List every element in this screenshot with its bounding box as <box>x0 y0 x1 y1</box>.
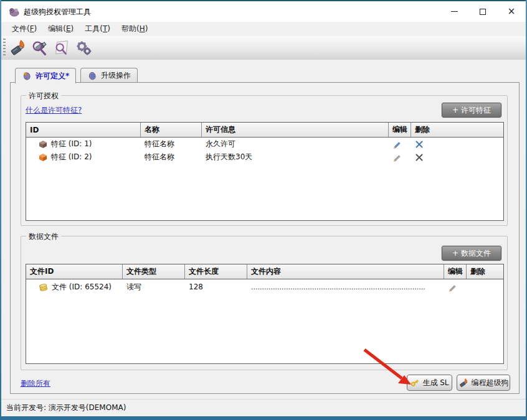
menu-help[interactable]: 帮助(H) <box>116 22 153 36</box>
close-icon: × <box>508 7 516 16</box>
edit-pencil-icon <box>392 139 402 149</box>
menu-bar: 文件(F) 编辑(E) 工具(T) 帮助(H) <box>1 22 526 36</box>
header-file-type: 文件类型 <box>123 264 185 279</box>
add-data-file-button[interactable]: + 数据文件 <box>442 246 501 261</box>
minimize-icon <box>451 11 458 12</box>
window-title: 超级狗授权管理工具 <box>24 7 91 17</box>
toolbar <box>1 36 526 60</box>
what-is-license-feature-link[interactable]: 什么是许可特征? <box>26 105 82 116</box>
header-file-content: 文件内容 <box>247 264 444 279</box>
view-file-icon[interactable] <box>52 39 71 57</box>
header-edit: 编辑 <box>389 123 411 137</box>
generate-sl-label: 生成 SL <box>422 378 449 388</box>
feature-cube-orange-icon <box>39 153 47 162</box>
header-edit: 编辑 <box>444 264 467 279</box>
toolbar-grip[interactable] <box>3 39 6 57</box>
upgrade-tab-dog-icon <box>87 71 98 81</box>
program-superdog-label: 编程超级狗 <box>472 378 509 388</box>
maximize-button[interactable] <box>468 1 497 22</box>
data-file-coins-icon <box>39 282 48 292</box>
menu-edit[interactable]: 编辑(E) <box>42 22 79 36</box>
feature-id: 特征 (ID: 1) <box>51 139 92 149</box>
data-file-row-1[interactable]: 文件 (ID: 65524) 读写 128 ..................… <box>26 279 503 294</box>
settings-gears-icon[interactable] <box>74 39 93 57</box>
delete-x-icon <box>415 140 424 149</box>
license-table: ID 名称 许可信息 编辑 删除 特征 (ID: 1) 特征名称 永久许可 <box>26 122 504 221</box>
close-button[interactable]: × <box>497 1 526 22</box>
generate-sl-button[interactable]: 生成 SL <box>407 375 452 391</box>
license-group-title: 许可授权 <box>26 91 61 101</box>
program-superdog-button[interactable]: 编程超级狗 <box>457 375 510 391</box>
program-dog-icon[interactable] <box>9 39 27 57</box>
inspect-dog-icon[interactable] <box>31 39 49 57</box>
current-developer-id: 当前开发号: 演示开发号(DEMOMA) <box>6 403 126 413</box>
feature-name: 特征名称 <box>141 152 202 162</box>
feature-name: 特征名称 <box>141 139 202 149</box>
data-file-table-header: 文件ID 文件类型 文件长度 文件内容 编辑 删除 <box>26 264 503 279</box>
license-tab-dog-icon <box>22 71 32 81</box>
data-file-group-title: 数据文件 <box>26 231 61 242</box>
add-license-feature-button[interactable]: + 许可特征 <box>442 103 501 118</box>
feature-license-info: 永久许可 <box>202 139 389 149</box>
delete-feature-2-button[interactable] <box>411 153 503 162</box>
data-file-table: 文件ID 文件类型 文件长度 文件内容 编辑 删除 <box>26 264 504 364</box>
feature-cube-brown-icon <box>39 140 47 149</box>
header-file-length: 文件长度 <box>185 264 247 279</box>
edit-feature-1-button[interactable] <box>389 139 411 149</box>
feature-license-info: 执行天数30天 <box>202 152 389 162</box>
header-license-info: 许可信息 <box>202 123 389 137</box>
header-id: ID <box>26 123 141 137</box>
data-file-content: ........................................… <box>247 283 444 291</box>
feature-id: 特征 (ID: 2) <box>51 152 92 162</box>
edit-pencil-icon <box>448 282 457 292</box>
key-icon <box>410 378 420 388</box>
header-file-id: 文件ID <box>26 264 123 279</box>
license-table-header: ID 名称 许可信息 编辑 删除 <box>26 123 503 138</box>
menu-file[interactable]: 文件(F) <box>6 22 42 36</box>
header-delete: 删除 <box>467 264 503 279</box>
delete-all-link[interactable]: 删除所有 <box>21 378 50 389</box>
tab-license-definition[interactable]: 许可定义* <box>15 68 76 83</box>
tab-license-label: 许可定义* <box>36 71 69 82</box>
tab-upgrade-label: 升级操作 <box>101 70 131 81</box>
app-logo-dog-icon <box>9 6 20 17</box>
edit-feature-2-button[interactable] <box>389 152 411 162</box>
edit-pencil-icon <box>392 152 402 162</box>
feature-row-2[interactable]: 特征 (ID: 2) 特征名称 执行天数30天 <box>26 151 503 164</box>
maximize-icon <box>480 9 486 15</box>
minimize-button[interactable] <box>440 1 468 22</box>
header-name: 名称 <box>141 123 202 137</box>
delete-feature-1-button[interactable] <box>411 140 503 149</box>
data-file-length: 128 <box>185 282 247 291</box>
status-bar: 当前开发号: 演示开发号(DEMOMA) <box>1 399 526 416</box>
app-window: 超级狗授权管理工具 × 文件(F) 编辑(E) 工具(T) 帮助(H) <box>1 0 526 415</box>
titlebar: 超级狗授权管理工具 × <box>1 1 526 22</box>
program-dog-small-icon <box>458 378 469 388</box>
header-delete: 删除 <box>411 123 503 137</box>
tab-upgrade-operation[interactable]: 升级操作 <box>80 68 138 83</box>
feature-row-1[interactable]: 特征 (ID: 1) 特征名称 永久许可 <box>26 138 503 151</box>
data-file-type: 读写 <box>123 282 185 292</box>
license-definition-panel: 许可授权 什么是许可特征? + 许可特征 ID 名称 许可信息 编辑 删除 特征 <box>10 82 520 394</box>
menu-tools[interactable]: 工具(T) <box>79 22 116 36</box>
edit-data-file-button[interactable] <box>444 282 467 292</box>
data-file-id: 文件 (ID: 65524) <box>52 282 112 292</box>
delete-x-icon <box>415 153 424 162</box>
